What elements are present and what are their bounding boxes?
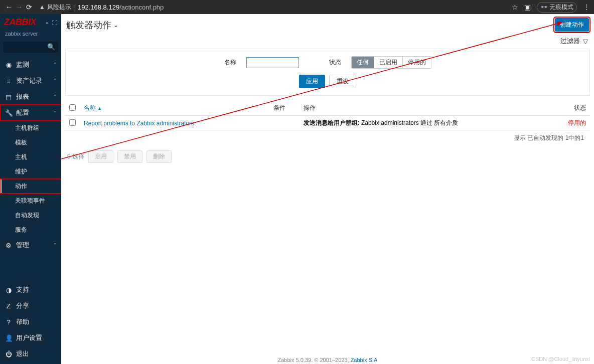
reload-icon[interactable]: ⟳ (24, 3, 34, 11)
filter-toggle[interactable]: 过滤器 ▽ (560, 37, 588, 46)
bulk-delete-button[interactable]: 删除 (146, 150, 172, 163)
sidebar: ZABBIX « ⛶ zabbix server 🔍 ◉监测˅≡资产记录˅▤报表… (0, 14, 61, 364)
browser-chrome: ← → ⟳ ▲ 风险提示 | 192.168.8.129/actionconf.… (0, 0, 594, 14)
sidebar-sub-模板[interactable]: 模板 (0, 135, 61, 150)
star-icon[interactable]: ☆ (512, 3, 518, 11)
filter-name-label: 名称 (224, 58, 236, 67)
nav-icon: ◑ (5, 286, 12, 294)
chevron-down-icon: ⌄ (113, 22, 118, 29)
address-bar[interactable]: 192.168.8.129/actionconf.php (78, 4, 164, 11)
panel-icon[interactable]: ▣ (524, 3, 531, 11)
sidebar-sub-自动发现[interactable]: 自动发现 (0, 208, 61, 223)
status-badge[interactable]: 停用的 (568, 119, 586, 126)
bulk-disable-button[interactable]: 禁用 (117, 150, 142, 163)
sidebar-bottom-分享[interactable]: Z分享 (0, 298, 61, 314)
chevron-icon: ˅ (54, 243, 56, 248)
fullscreen-icon[interactable]: ⛶ (52, 20, 57, 26)
watermark: CSDN @Cloud_linyunxi (531, 356, 590, 362)
row-checkbox[interactable] (69, 119, 76, 126)
sidebar-sub-关联项事件[interactable]: 关联项事件 (0, 194, 61, 208)
search-input[interactable]: 🔍 (3, 42, 58, 53)
main-content: 触发器动作⌄ 创建动作 过滤器 ▽ 名称 状态 任何已启用停用的 应用 重设 (61, 14, 594, 364)
filter-name-input[interactable] (246, 57, 299, 68)
page-footer: Zabbix 5.0.39. © 2001–2023, Zabbix SIA (61, 357, 594, 363)
sidebar-bottom-用户设置[interactable]: 👤用户设置 (0, 330, 61, 346)
filter-status-label: 状态 (329, 58, 341, 67)
sidebar-item-监测[interactable]: ◉监测˅ (0, 57, 61, 73)
bulk-enable-button[interactable]: 启用 (88, 150, 113, 163)
footer-link[interactable]: Zabbix SIA (351, 357, 378, 363)
page-title[interactable]: 触发器动作⌄ (66, 19, 118, 31)
back-icon[interactable]: ← (4, 3, 14, 11)
warning-icon: ▲ (39, 4, 45, 11)
sidebar-sub-主机群组[interactable]: 主机群组 (0, 121, 61, 135)
sidebar-item-管理[interactable]: ⚙管理˅ (0, 237, 61, 253)
bulk-actions: 0 选择 启用 禁用 删除 (61, 145, 594, 168)
nav-icon: ? (5, 318, 12, 326)
collapse-icon[interactable]: « (46, 20, 49, 26)
logo[interactable]: ZABBIX (4, 17, 36, 28)
col-name[interactable]: 名称 ▲ (80, 101, 269, 116)
nav-icon: ⏻ (5, 350, 12, 358)
status-option-任何[interactable]: 任何 (352, 57, 374, 68)
search-icon: 🔍 (47, 43, 55, 51)
status-option-停用的[interactable]: 停用的 (403, 57, 431, 68)
nav-icon: 🔧 (5, 109, 12, 117)
sidebar-sub-动作[interactable]: 动作 (0, 179, 61, 194)
col-condition[interactable]: 条件 (269, 101, 300, 116)
col-status[interactable]: 状态 (560, 101, 590, 116)
actions-table: 名称 ▲ 条件 操作 状态 Report problems to Zabbix … (65, 101, 590, 131)
sidebar-bottom-帮助[interactable]: ?帮助 (0, 314, 61, 330)
nav-icon: Z (5, 302, 12, 310)
sidebar-bottom-退出[interactable]: ⏻退出 (0, 346, 61, 362)
chevron-icon: ˅ (54, 78, 56, 84)
col-operation[interactable]: 操作 (300, 101, 560, 116)
sidebar-sub-主机[interactable]: 主机 (0, 150, 61, 164)
action-name-link[interactable]: Report problems to Zabbix administrators (84, 120, 194, 127)
sidebar-bottom-支持[interactable]: ◑支持 (0, 282, 61, 298)
server-name: zabbix server (0, 31, 61, 40)
status-option-已启用[interactable]: 已启用 (374, 57, 403, 68)
create-action-button[interactable]: 创建动作 (555, 18, 589, 32)
sidebar-item-配置[interactable]: 🔧配置˄ (0, 105, 61, 121)
nav-icon: ▤ (5, 93, 12, 101)
nav-icon: ◉ (5, 61, 12, 69)
apply-button[interactable]: 应用 (299, 75, 325, 88)
filter-icon: ▽ (583, 38, 588, 45)
sidebar-item-报表[interactable]: ▤报表˅ (0, 89, 61, 105)
reset-button[interactable]: 重设 (329, 75, 356, 88)
forward-icon: → (14, 3, 24, 11)
nav-icon: ≡ (5, 77, 12, 85)
security-warning[interactable]: ▲ 风险提示 | (39, 3, 75, 12)
chevron-icon: ˅ (54, 94, 56, 100)
status-segment: 任何已启用停用的 (351, 56, 431, 69)
sidebar-item-资产记录[interactable]: ≡资产记录˅ (0, 73, 61, 89)
nav-icon: 👤 (5, 334, 12, 342)
menu-icon[interactable]: ⋮ (583, 3, 590, 11)
sidebar-sub-维护[interactable]: 维护 (0, 164, 61, 179)
sidebar-sub-服务[interactable]: 服务 (0, 223, 61, 237)
table-footer: 显示 已自动发现的 1中的1 (65, 131, 590, 145)
table-row: Report problems to Zabbix administrators… (65, 116, 590, 131)
chevron-icon: ˄ (54, 110, 56, 116)
filter-panel: 名称 状态 任何已启用停用的 应用 重设 (65, 49, 590, 96)
chevron-icon: ˅ (54, 62, 56, 68)
select-all-checkbox[interactable] (69, 104, 76, 111)
incognito-badge[interactable]: 👓 无痕模式 (537, 2, 577, 13)
nav-icon: ⚙ (5, 242, 12, 249)
